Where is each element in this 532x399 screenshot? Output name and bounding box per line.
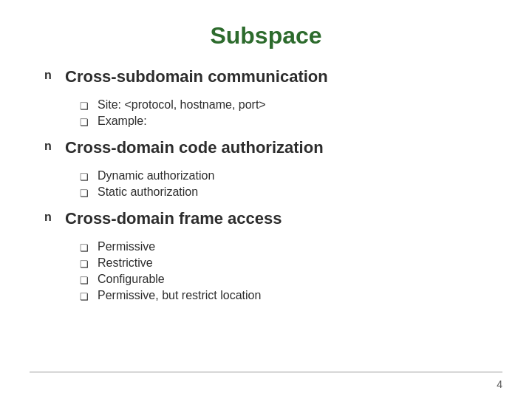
sub-list-3: ❏ Permissive ❏ Restrictive ❏ Configurabl… — [80, 240, 502, 302]
slide-title: Subspace — [30, 15, 502, 50]
sub-item-text-3-2: Restrictive — [98, 256, 153, 270]
main-item-2: n Cross-domain code authorization — [44, 138, 502, 157]
bullet-q-3-2: ❏ — [80, 259, 93, 270]
sub-item-3-4: ❏ Permissive, but restrict location — [80, 289, 502, 302]
slide: Subspace n Cross-subdomain communication… — [0, 0, 532, 399]
bullet-q-2-1: ❏ — [80, 171, 93, 183]
sub-item-text-1-1: Site: <protocol, hostname, port> — [98, 98, 266, 112]
sub-item-text-3-4: Permissive, but restrict location — [98, 289, 261, 302]
sub-item-text-2-2: Static authorization — [98, 185, 198, 199]
bullet-n-2: n — [44, 140, 59, 153]
bullet-n-3: n — [44, 211, 59, 224]
bullet-q-3-4: ❏ — [80, 291, 93, 302]
bullet-q-3-1: ❏ — [80, 242, 93, 253]
bullet-q-2-2: ❏ — [80, 188, 93, 199]
sub-item-text-2-1: Dynamic authorization — [98, 169, 214, 183]
bullet-n-1: n — [44, 69, 59, 82]
main-item-label-3: Cross-domain frame access — [65, 209, 282, 228]
sub-item-2-2: ❏ Static authorization — [80, 185, 502, 199]
main-item-label-2: Cross-domain code authorization — [65, 138, 324, 157]
sub-list-1: ❏ Site: <protocol, hostname, port> ❏ Exa… — [80, 98, 502, 128]
bullet-q-3-3: ❏ — [80, 275, 93, 286]
sub-item-text-3-3: Configurable — [98, 273, 165, 286]
sub-item-text-3-1: Permissive — [98, 240, 155, 253]
sub-item-1-1: ❏ Site: <protocol, hostname, port> — [80, 98, 502, 112]
sub-list-2: ❏ Dynamic authorization ❏ Static authori… — [80, 169, 502, 199]
sub-item-1-2: ❏ Example: — [80, 115, 502, 128]
main-item-3: n Cross-domain frame access — [44, 209, 502, 228]
sub-item-3-3: ❏ Configurable — [80, 273, 502, 286]
bottom-divider — [30, 372, 502, 372]
bullet-q-1-1: ❏ — [80, 100, 93, 112]
page-number: 4 — [497, 378, 502, 390]
content: n Cross-subdomain communication ❏ Site: … — [30, 67, 502, 302]
main-item-1: n Cross-subdomain communication — [44, 67, 502, 86]
sub-item-3-1: ❏ Permissive — [80, 240, 502, 253]
sub-item-text-1-2: Example: — [98, 115, 147, 128]
bullet-q-1-2: ❏ — [80, 117, 93, 128]
sub-item-3-2: ❏ Restrictive — [80, 256, 502, 270]
main-item-label-1: Cross-subdomain communication — [65, 67, 328, 86]
sub-item-2-1: ❏ Dynamic authorization — [80, 169, 502, 183]
